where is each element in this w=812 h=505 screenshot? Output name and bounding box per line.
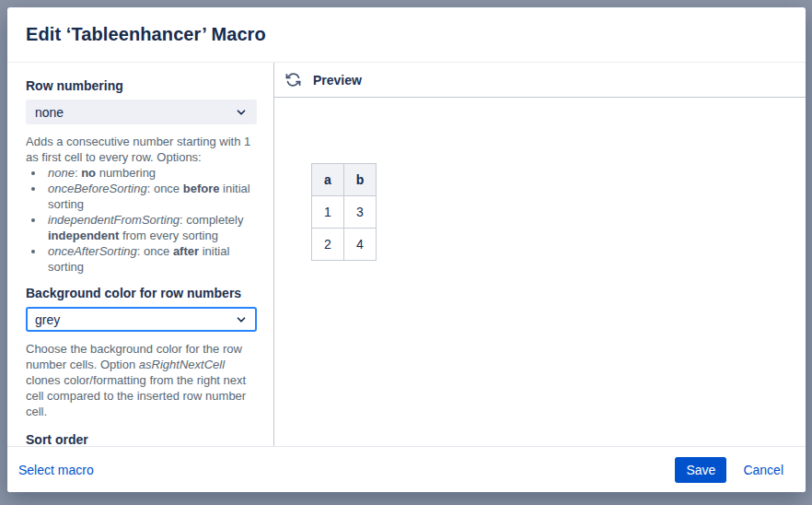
dialog-body: Row numbering none Adds a consecutive nu… (7, 63, 806, 446)
row-numbering-description: Adds a consecutive number starting with … (26, 134, 257, 165)
chevron-down-icon (235, 106, 248, 119)
background-color-description: Choose the background color for the row … (26, 341, 257, 419)
cancel-link[interactable]: Cancel (743, 463, 783, 477)
table-header-row: a b (312, 164, 377, 196)
table-cell: 4 (344, 229, 377, 261)
row-numbering-select[interactable]: none (26, 100, 257, 124)
background-color-value: grey (35, 312, 60, 327)
row-numbering-options-list: none: no numbering onceBeforeSorting: on… (26, 165, 257, 275)
edit-macro-dialog: Edit ‘Tableenhancer’ Macro Row numbering… (7, 7, 806, 492)
save-button[interactable]: Save (675, 457, 726, 483)
preview-title: Preview (313, 73, 362, 88)
refresh-icon[interactable] (284, 71, 302, 89)
option-item: none: no numbering (45, 165, 257, 181)
table-cell: 1 (312, 196, 344, 229)
table-header-cell: b (344, 164, 377, 196)
preview-header: Preview (274, 63, 806, 98)
table-row: 2 4 (312, 229, 377, 261)
background-color-select[interactable]: grey (26, 307, 257, 332)
table-row: 1 3 (312, 196, 377, 229)
background-color-label: Background color for row numbers (26, 285, 257, 301)
preview-content: a b 1 3 2 4 (274, 98, 806, 446)
sort-order-label: Sort order (26, 431, 257, 446)
row-numbering-label: Row numbering (26, 77, 257, 94)
select-macro-link[interactable]: Select macro (18, 463, 94, 477)
dialog-footer: Select macro Save Cancel (7, 446, 806, 492)
table-header-cell: a (312, 164, 344, 196)
row-numbering-value: none (35, 105, 64, 120)
dialog-title: Edit ‘Tableenhancer’ Macro (26, 24, 266, 45)
table-cell: 3 (344, 196, 377, 229)
dialog-header: Edit ‘Tableenhancer’ Macro (7, 7, 806, 63)
option-item: onceBeforeSorting: once before initial s… (45, 181, 257, 212)
macro-parameters-panel: Row numbering none Adds a consecutive nu… (7, 63, 274, 446)
preview-panel: Preview a b 1 3 (274, 63, 806, 446)
chevron-down-icon (235, 313, 248, 326)
table-cell: 2 (312, 229, 344, 261)
option-item: independentFromSorting: completely indep… (45, 212, 257, 243)
preview-table: a b 1 3 2 4 (311, 163, 377, 261)
option-item: onceAfterSorting: once after initial sor… (45, 243, 257, 275)
